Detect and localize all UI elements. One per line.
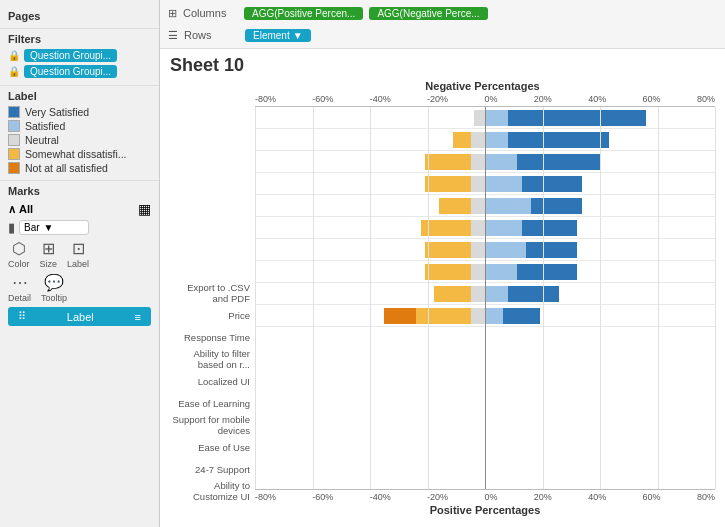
chart-body: Export to .CSV and PDFPriceResponse Time…: [170, 94, 715, 502]
x-tick-bottom: -20%: [427, 492, 448, 502]
x-tick-bottom: 20%: [534, 492, 552, 502]
bar-segment: [508, 132, 609, 148]
bar-segment: [485, 110, 508, 126]
filter-tag-2[interactable]: Question Groupi...: [24, 65, 117, 78]
grid-line: [715, 107, 716, 489]
bar-segment: [508, 110, 646, 126]
lock-icon-2: 🔒: [8, 66, 20, 77]
detail-label: Detail: [8, 293, 31, 303]
bar-segment: [517, 264, 577, 280]
tooltip-button[interactable]: 💬 Tooltip: [41, 273, 67, 303]
label-item-text: Neutral: [25, 134, 59, 146]
bar-segment: [526, 242, 577, 258]
bar-segment: [453, 132, 471, 148]
col-pill-1[interactable]: AGG(Positive Percen...: [244, 7, 363, 20]
bar-segment: [522, 220, 577, 236]
filter-tag-1[interactable]: Question Groupi...: [24, 49, 117, 62]
label-item: Very Satisfied: [8, 106, 151, 118]
filters-label: Filters: [8, 33, 151, 45]
bar-segment: [471, 242, 485, 258]
y-label: Support for mobile devices: [170, 414, 255, 436]
y-label: Response Time: [170, 326, 255, 348]
tooltip-icon: 💬: [44, 273, 64, 292]
label-item: Somewhat dissatisfi...: [8, 148, 151, 160]
bar-segment: [425, 176, 471, 192]
x-axis-top: -80%-60%-40%-20%0%20%40%60%80%: [255, 94, 715, 107]
equals-icon: ≡: [135, 311, 141, 323]
bar-segment: [471, 154, 485, 170]
y-label: 24-7 Support: [170, 458, 255, 480]
bar-segment: [425, 242, 471, 258]
filter-item-2: 🔒 Question Groupi...: [8, 65, 151, 78]
chevron-icon: ∧: [8, 203, 16, 216]
bar-segment: [474, 110, 486, 126]
pages-label: Pages: [8, 10, 151, 22]
bar-segment: [425, 154, 471, 170]
bar-icon: ▮: [8, 220, 15, 235]
bar-segment: [471, 286, 485, 302]
x-tick-top: -20%: [427, 94, 448, 104]
bar-segment: [471, 308, 485, 324]
marks-icons-row2: ⋯ Detail 💬 Tooltip: [8, 273, 151, 303]
color-button[interactable]: ⬡ Color: [8, 239, 30, 269]
y-label: Price: [170, 304, 255, 326]
filter-item-1: 🔒 Question Groupi...: [8, 49, 151, 62]
y-label: Ease of Use: [170, 436, 255, 458]
label-button-icon[interactable]: ⊡ Label: [67, 239, 89, 269]
marks-icons-row: ⬡ Color ⊞ Size ⊡ Label: [8, 239, 151, 269]
bar-segment: [485, 242, 526, 258]
bar-segment: [485, 198, 531, 214]
rows-row: ☰ Rows Element ▼: [168, 25, 717, 45]
sidebar: Pages Filters 🔒 Question Groupi... 🔒 Que…: [0, 0, 160, 527]
y-label: Ability to Customize UI: [170, 480, 255, 502]
x-tick-top: 60%: [643, 94, 661, 104]
lock-icon-1: 🔒: [8, 50, 20, 61]
x-tick-top: 0%: [484, 94, 497, 104]
marks-bar-row: ▮ Bar ▼: [8, 220, 151, 235]
main-content: ⊞ Columns AGG(Positive Percen... AGG(Neg…: [160, 0, 725, 527]
grid-line: [600, 107, 601, 489]
marks-all-label: All: [19, 203, 33, 215]
x-tick-top: -80%: [255, 94, 276, 104]
label-items-container: Very SatisfiedSatisfiedNeutralSomewhat d…: [8, 106, 151, 174]
label-item-text: Not at all satisfied: [25, 162, 108, 174]
columns-row: ⊞ Columns AGG(Positive Percen... AGG(Neg…: [168, 3, 717, 23]
bar-segment: [485, 286, 508, 302]
columns-icon: ⊞: [168, 7, 177, 20]
label-section: Label Very SatisfiedSatisfiedNeutralSome…: [0, 86, 159, 181]
y-label: Ease of Learning: [170, 392, 255, 414]
bar-segment: [531, 198, 582, 214]
marks-section: Marks ∧ All ▦ ▮ Bar ▼ ⬡ Color ⊞ Size: [0, 181, 159, 330]
x-tick-bottom: 80%: [697, 492, 715, 502]
col-pill-2[interactable]: AGG(Negative Perce...: [369, 7, 487, 20]
dropdown-arrow: ▼: [44, 222, 54, 233]
marks-all: ∧ All: [8, 203, 33, 216]
bar-select[interactable]: Bar ▼: [19, 220, 89, 235]
x-tick-bottom: 40%: [588, 492, 606, 502]
bar-segment: [471, 264, 485, 280]
x-tick-top: 80%: [697, 94, 715, 104]
row-pill[interactable]: Element ▼: [245, 29, 311, 42]
label-item-text: Very Satisfied: [25, 106, 89, 118]
detail-button[interactable]: ⋯ Detail: [8, 273, 31, 303]
sheet-content: Sheet 10 Negative Percentages Export to …: [160, 49, 725, 527]
y-axis: Export to .CSV and PDFPriceResponse Time…: [170, 94, 255, 502]
label-item-text: Somewhat dissatisfi...: [25, 148, 127, 160]
bar-segment: [416, 308, 471, 324]
y-label: Ability to filter based on r...: [170, 348, 255, 370]
label-pill-button[interactable]: ⠿ Label ≡: [8, 307, 151, 326]
grid-line: [543, 107, 544, 489]
bar-segment: [503, 308, 540, 324]
x-tick-bottom: -60%: [312, 492, 333, 502]
grid-line: [313, 107, 314, 489]
bar-segment: [522, 176, 582, 192]
label-item: Satisfied: [8, 120, 151, 132]
bar-segment: [485, 154, 517, 170]
pages-section: Pages: [0, 6, 159, 29]
bar-segment: [485, 132, 508, 148]
label-label: Label: [67, 259, 89, 269]
color-swatch: [8, 162, 20, 174]
size-button[interactable]: ⊞ Size: [40, 239, 58, 269]
x-axis-bottom: -80%-60%-40%-20%0%20%40%60%80%: [255, 489, 715, 502]
marks-label: Marks: [8, 185, 151, 197]
